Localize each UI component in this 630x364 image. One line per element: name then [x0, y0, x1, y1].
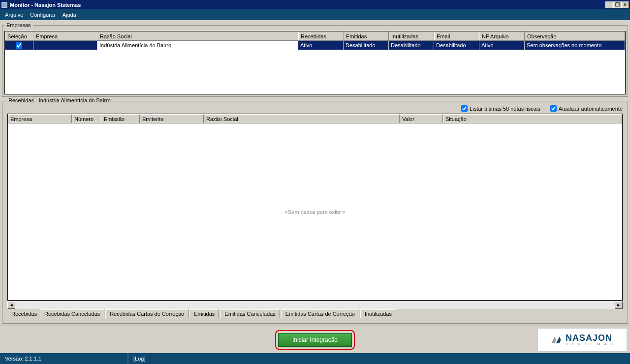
empresas-group: Empresas Seleção Empresa Razão Social Re…: [2, 22, 628, 97]
tabs-row: Recebidas Recebidas Canceladas Recebidas…: [4, 308, 626, 321]
cell-obs[interactable]: Sem observações no momento: [525, 41, 625, 50]
detail-legend: Recebidas - Indústria Alimentícia do Bai…: [6, 97, 113, 103]
brand-logo: NASAJON S I S T E M A S: [537, 328, 627, 352]
dcol-numero[interactable]: Número: [72, 114, 101, 123]
opt-listar[interactable]: Listar últimas 50 notas fiscais: [461, 105, 540, 112]
tab-emitidas[interactable]: Emitidas: [189, 309, 219, 318]
opt-atualizar-label: Atualizar automaticamente: [559, 106, 623, 112]
scroll-right-button[interactable]: ►: [615, 301, 623, 309]
menu-ajuda[interactable]: Ajuda: [63, 12, 76, 18]
dcol-empresa[interactable]: Empresa: [8, 114, 72, 123]
row-checkbox[interactable]: [16, 42, 22, 49]
main-body: Empresas Seleção Empresa Razão Social Re…: [0, 20, 630, 353]
tab-inutilizadas[interactable]: Inutilizadas: [360, 309, 396, 318]
scroll-track[interactable]: [15, 301, 615, 309]
status-log[interactable]: [Log]: [128, 353, 151, 364]
menubar: Arquivo Configurar Ajuda: [0, 9, 630, 20]
brand-text: NASAJON S I S T E M A S: [566, 334, 615, 346]
detail-grid[interactable]: Empresa Número Emissão Emitente Razão So…: [7, 114, 623, 301]
dcol-emitente[interactable]: Emitente: [140, 114, 204, 123]
dcol-situacao[interactable]: Situação: [443, 114, 622, 123]
tab-recebidas[interactable]: Recebidas: [7, 309, 39, 318]
detail-group: Recebidas - Indústria Alimentícia do Bai…: [2, 101, 628, 324]
empresas-row[interactable]: Indústria Alimentícia do Bairro Ativo De…: [5, 41, 625, 50]
col-obs[interactable]: Observação: [525, 31, 625, 40]
tab-recebidas-canceladas[interactable]: Recebidas Canceladas: [40, 309, 104, 318]
footer: Iniciar Integração NASAJON S I S T E M A…: [0, 326, 630, 353]
empresas-legend: Empresas: [4, 22, 33, 28]
menu-arquivo[interactable]: Arquivo: [5, 12, 23, 18]
detail-empty: <Sem dados para exibir>: [8, 123, 622, 300]
empresas-header-row: Seleção Empresa Razão Social Recebidas E…: [5, 31, 625, 41]
scroll-left-button[interactable]: ◄: [7, 301, 15, 309]
col-recebidas[interactable]: Recebidas: [298, 31, 344, 40]
titlebar: Monitor - Nasajon Sistemas _ ❐ ×: [0, 0, 630, 9]
detail-header-row: Empresa Número Emissão Emitente Razão So…: [8, 114, 622, 123]
cell-email[interactable]: Desabilitado: [434, 41, 479, 50]
tab-emitidas-cartas[interactable]: Emitidas Cartas de Correção: [281, 309, 359, 318]
cell-recebidas[interactable]: Ativo: [298, 41, 344, 50]
logo-icon: [550, 334, 563, 346]
window-title: Monitor - Nasajon Sistemas: [10, 2, 605, 8]
tab-emitidas-canceladas[interactable]: Emitidas Canceladas: [220, 309, 280, 318]
tab-recebidas-cartas[interactable]: Recebidas Cartas de Correção: [105, 309, 189, 318]
col-inutilizadas[interactable]: Inutilizadas: [389, 31, 434, 40]
checkbox-listar[interactable]: [461, 105, 468, 112]
dcol-emissao[interactable]: Emissão: [101, 114, 140, 123]
empresas-grid[interactable]: Seleção Empresa Razão Social Recebidas E…: [4, 31, 626, 94]
col-empresa[interactable]: Empresa: [33, 31, 97, 40]
cell-inutilizadas[interactable]: Desabilitado: [389, 41, 434, 50]
opt-atualizar[interactable]: Atualizar automaticamente: [550, 105, 623, 112]
cell-nfarquivo[interactable]: Ativo: [479, 41, 525, 50]
col-selecao[interactable]: Seleção: [5, 31, 33, 40]
svg-rect-0: [2, 2, 7, 7]
cell-emitidas[interactable]: Desabilitado: [344, 41, 389, 50]
horizontal-scrollbar[interactable]: ◄ ►: [7, 301, 623, 308]
opt-listar-label: Listar últimas 50 notas fiscais: [470, 106, 540, 112]
cell-razao[interactable]: Indústria Alimentícia do Bairro: [97, 41, 298, 50]
window-buttons: _ ❐ ×: [605, 1, 629, 8]
dcol-razao[interactable]: Razão Social: [204, 114, 400, 123]
status-version: Versão: 2.1.1.1: [0, 353, 128, 364]
options-row: Listar últimas 50 notas fiscais Atualiza…: [4, 104, 626, 114]
menu-configurar[interactable]: Configurar: [30, 12, 55, 18]
statusbar: Versão: 2.1.1.1 [Log]: [0, 353, 630, 364]
brand-name: NASAJON: [566, 334, 615, 342]
empty-message: <Sem dados para exibir>: [285, 209, 346, 215]
col-email[interactable]: Email: [434, 31, 479, 40]
start-button-highlight: Iniciar Integração: [275, 330, 355, 350]
brand-sub: S I S T E M A S: [566, 342, 615, 346]
maximize-button[interactable]: ❐: [613, 1, 621, 8]
dcol-valor[interactable]: Valor: [400, 114, 443, 123]
empresas-empty-space: [5, 50, 625, 94]
col-razao[interactable]: Razão Social: [97, 31, 298, 40]
col-emitidas[interactable]: Emitidas: [344, 31, 389, 40]
checkbox-atualizar[interactable]: [550, 105, 557, 112]
start-integration-button[interactable]: Iniciar Integração: [278, 333, 352, 347]
close-button[interactable]: ×: [621, 1, 629, 8]
cell-selecao[interactable]: [5, 41, 33, 50]
minimize-button[interactable]: _: [605, 1, 613, 8]
cell-empresa[interactable]: [33, 41, 97, 50]
col-nfarquivo[interactable]: NF Arquivo: [479, 31, 525, 40]
app-icon: [1, 1, 8, 8]
